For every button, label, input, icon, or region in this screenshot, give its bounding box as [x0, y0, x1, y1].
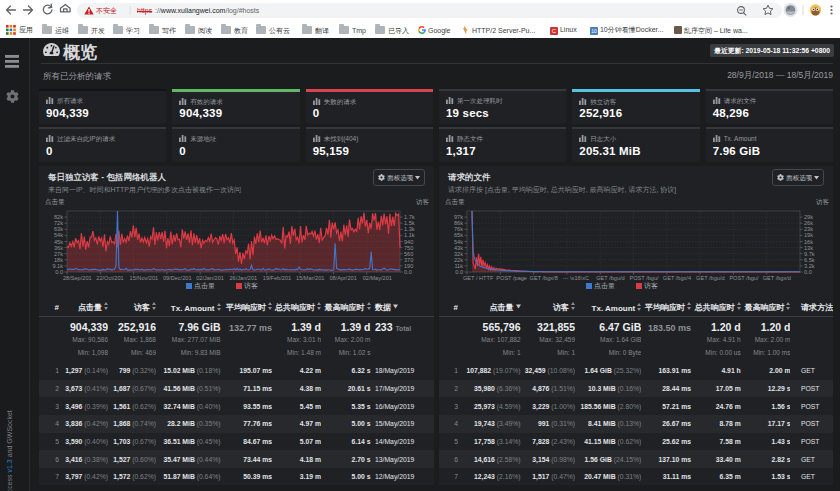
svg-text:0.0: 0.0: [404, 269, 412, 275]
svg-text:1.7k: 1.7k: [404, 214, 415, 220]
svg-text:63k: 63k: [54, 226, 63, 232]
svg-text:32k: 32k: [454, 251, 463, 257]
svg-text:GET /bgx/4: GET /bgx/4: [663, 275, 691, 281]
svg-text:29k: 29k: [804, 214, 813, 220]
svg-text:86k: 86k: [454, 220, 463, 226]
svg-text:82k: 82k: [54, 214, 63, 220]
svg-text:27k: 27k: [54, 251, 63, 257]
svg-text:POST /page: POST /page: [496, 275, 527, 281]
svg-text:08/Apr/201: 08/Apr/201: [329, 275, 356, 281]
svg-text:23k: 23k: [804, 226, 813, 232]
svg-text:16k: 16k: [804, 239, 813, 245]
svg-text:GET / HTTF: GET / HTTF: [463, 275, 494, 281]
svg-text:02/Jan/201: 02/Jan/201: [196, 275, 224, 281]
svg-text:97k: 97k: [454, 214, 463, 220]
svg-text:点击量: 点击量: [45, 198, 65, 205]
svg-text:18k: 18k: [54, 257, 63, 263]
svg-text:22k: 22k: [454, 257, 463, 263]
svg-text:GET /bgx/d: GET /bgx/d: [763, 275, 791, 281]
svg-text:54k: 54k: [454, 239, 463, 245]
svg-text:54k: 54k: [54, 232, 63, 238]
svg-text:9.1k: 9.1k: [52, 263, 63, 269]
svg-text:19k: 19k: [804, 232, 813, 238]
svg-text:POST /bgu/: POST /bgu/: [729, 275, 759, 281]
svg-text:19/Feb/201: 19/Feb/201: [263, 275, 291, 281]
svg-text:0.0: 0.0: [804, 269, 812, 275]
svg-text:560: 560: [404, 251, 413, 257]
svg-text:POST /bgu/: POST /bgu/: [630, 275, 660, 281]
svg-text:370: 370: [404, 257, 413, 263]
svg-text:72k: 72k: [54, 220, 63, 226]
svg-text:09/Dec/201: 09/Dec/201: [163, 275, 192, 281]
svg-text:1.5k: 1.5k: [404, 220, 415, 226]
svg-text:GET /bgx/8: GET /bgx/8: [530, 275, 558, 281]
svg-text:65k: 65k: [454, 232, 463, 238]
svg-text:36k: 36k: [54, 245, 63, 251]
svg-text:15/Nov/201: 15/Nov/201: [130, 275, 159, 281]
svg-text:13k: 13k: [804, 245, 813, 251]
svg-text:43k: 43k: [454, 245, 463, 251]
svg-text:--- \x16\xC: --- \x16\xC: [563, 275, 589, 281]
svg-text:76k: 76k: [454, 226, 463, 232]
svg-text:GET /bgu/d: GET /bgu/d: [696, 275, 725, 281]
svg-text:3.2k: 3.2k: [804, 263, 815, 269]
svg-text:访客: 访客: [416, 198, 430, 206]
svg-text:6.5k: 6.5k: [804, 257, 815, 263]
svg-text:GET /bgu/d: GET /bgu/d: [596, 275, 625, 281]
svg-text:访客: 访客: [816, 198, 830, 206]
svg-text:45k: 45k: [54, 239, 63, 245]
svg-text:750: 750: [404, 245, 413, 251]
svg-text:28/Sep/201: 28/Sep/201: [63, 275, 92, 281]
svg-text:11k: 11k: [454, 263, 463, 269]
svg-text:0.0: 0.0: [455, 269, 463, 275]
svg-text:190: 190: [404, 263, 413, 269]
svg-text:26k: 26k: [804, 220, 813, 226]
svg-text:15/Mar/201: 15/Mar/201: [296, 275, 324, 281]
svg-text:点击量: 点击量: [445, 198, 465, 205]
svg-text:9.7k: 9.7k: [804, 251, 815, 257]
svg-text:26/Jan/201: 26/Jan/201: [230, 275, 258, 281]
svg-text:1.1k: 1.1k: [404, 232, 415, 238]
svg-text:940: 940: [404, 239, 413, 245]
svg-text:02/May/201: 02/May/201: [363, 275, 392, 281]
svg-text:1.3k: 1.3k: [404, 226, 415, 232]
svg-text:22/Oct/201: 22/Oct/201: [96, 275, 123, 281]
svg-text:0.0: 0.0: [55, 269, 63, 275]
